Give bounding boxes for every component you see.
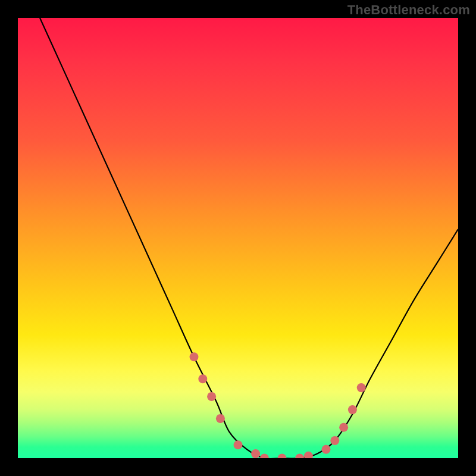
highlight-marker xyxy=(198,374,207,383)
highlight-markers xyxy=(190,352,366,458)
highlight-marker xyxy=(216,414,225,423)
highlight-marker xyxy=(190,352,199,361)
highlight-marker xyxy=(322,445,331,454)
highlight-marker xyxy=(330,436,339,445)
highlight-marker xyxy=(304,452,313,458)
bottleneck-curve xyxy=(40,18,458,458)
highlight-marker xyxy=(207,392,216,401)
highlight-marker xyxy=(260,454,269,459)
plot-area xyxy=(18,18,458,458)
highlight-marker xyxy=(357,383,366,392)
bottleneck-curve-path xyxy=(40,18,458,458)
curve-layer xyxy=(18,18,458,458)
highlight-marker xyxy=(295,454,304,459)
highlight-marker xyxy=(339,423,348,432)
chart-stage: TheBottleneck.com xyxy=(0,0,476,476)
highlight-marker xyxy=(251,449,260,458)
highlight-marker xyxy=(234,440,243,449)
highlight-marker xyxy=(348,405,357,414)
highlight-marker xyxy=(278,454,287,459)
watermark-text: TheBottleneck.com xyxy=(347,2,470,18)
